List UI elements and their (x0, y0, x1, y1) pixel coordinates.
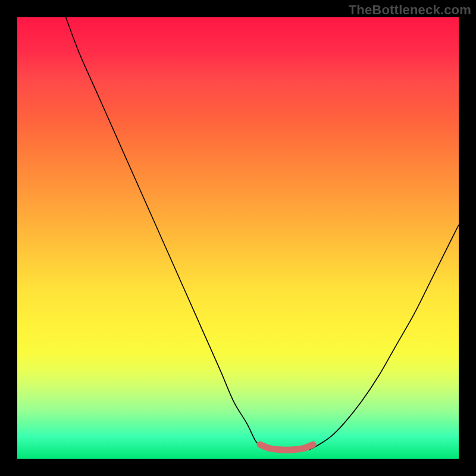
bottleneck-curve-left (66, 17, 269, 450)
optimal-band (260, 444, 313, 450)
curve-layer (17, 17, 459, 459)
chart-stage: TheBottleneck.com (0, 0, 476, 476)
watermark-text: TheBottleneck.com (349, 2, 471, 18)
bottleneck-curve-right (309, 225, 459, 450)
plot-area (17, 17, 459, 459)
